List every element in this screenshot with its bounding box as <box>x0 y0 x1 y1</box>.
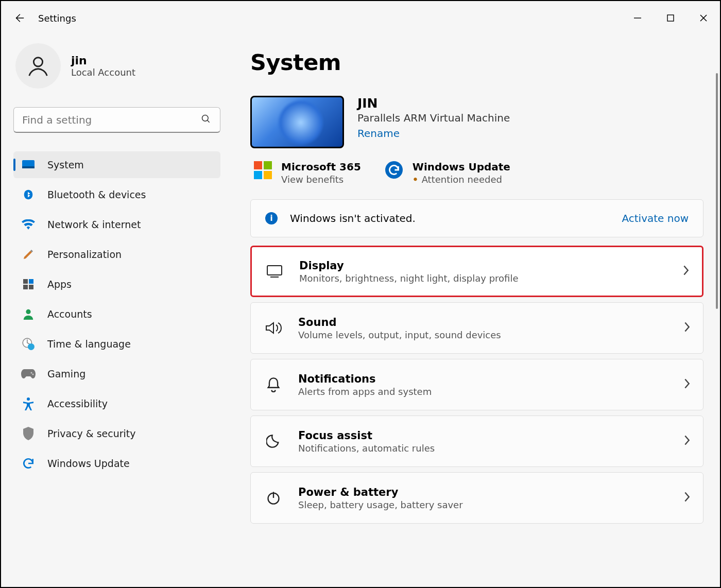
pc-thumbnail <box>250 96 344 148</box>
sync-circle-icon <box>385 161 403 179</box>
chevron-right-icon <box>682 265 690 278</box>
card-focus-assist[interactable]: Focus assist Notifications, automatic ru… <box>250 416 703 467</box>
tile-sub: View benefits <box>281 174 361 185</box>
rename-link[interactable]: Rename <box>357 127 400 140</box>
svg-point-13 <box>26 309 30 314</box>
close-icon <box>699 14 708 22</box>
chevron-right-icon <box>683 378 691 391</box>
sidebar: jin Local Account System Bluetooth & dev… <box>1 35 234 588</box>
chevron-right-icon <box>683 491 691 505</box>
tile-sub: Attention needed <box>413 174 510 185</box>
nav-label: Windows Update <box>47 458 130 469</box>
svg-rect-1 <box>667 15 674 21</box>
svg-rect-20 <box>267 266 282 275</box>
minimize-icon <box>633 14 642 22</box>
minimize-button[interactable] <box>621 5 654 31</box>
accessibility-icon <box>21 397 36 410</box>
back-button[interactable] <box>13 6 38 30</box>
nav-bluetooth[interactable]: Bluetooth & devices <box>13 181 220 208</box>
page-title: System <box>250 49 703 75</box>
profile-name: jin <box>71 54 135 67</box>
card-sub: Alerts from apps and system <box>298 386 669 397</box>
nav-gaming[interactable]: Gaming <box>13 360 220 387</box>
card-sub: Sleep, battery usage, battery saver <box>298 499 669 510</box>
close-button[interactable] <box>687 5 720 31</box>
nav-accounts[interactable]: Accounts <box>13 301 220 327</box>
card-display[interactable]: Display Monitors, brightness, night ligh… <box>250 246 703 297</box>
tile-title: Windows Update <box>413 161 510 173</box>
svg-point-5 <box>202 115 209 122</box>
person-icon <box>21 308 36 320</box>
nav-network[interactable]: Network & internet <box>13 211 220 238</box>
power-icon <box>263 491 284 505</box>
maximize-icon <box>667 14 674 22</box>
pc-info-row: JIN Parallels ARM Virtual Machine Rename <box>250 96 703 148</box>
search-icon <box>201 114 211 126</box>
nav-system[interactable]: System <box>13 151 220 178</box>
svg-rect-8 <box>22 166 35 168</box>
card-sub: Volume levels, output, input, sound devi… <box>298 330 669 340</box>
tile-windows-update[interactable]: Windows Update Attention needed <box>385 161 510 185</box>
pc-name: JIN <box>357 96 510 111</box>
svg-line-6 <box>208 120 210 123</box>
nav-accessibility[interactable]: Accessibility <box>13 390 220 417</box>
nav-label: Privacy & security <box>47 428 136 439</box>
svg-rect-10 <box>29 279 33 284</box>
pc-description: Parallels ARM Virtual Machine <box>357 112 510 124</box>
nav-privacy[interactable]: Privacy & security <box>13 420 220 447</box>
card-title: Notifications <box>298 373 669 385</box>
card-sub: Notifications, automatic rules <box>298 443 669 454</box>
shield-icon <box>21 427 36 440</box>
microsoft-logo-icon <box>253 161 272 179</box>
nav-label: Time & language <box>47 338 131 350</box>
tile-microsoft-365[interactable]: Microsoft 365 View benefits <box>253 161 361 185</box>
svg-point-18 <box>27 397 30 401</box>
banner-text: Windows isn't activated. <box>290 212 416 224</box>
display-icon <box>21 160 36 170</box>
wifi-icon <box>21 219 36 230</box>
card-title: Power & battery <box>298 486 669 498</box>
nav-label: Bluetooth & devices <box>47 189 146 200</box>
card-notifications[interactable]: Notifications Alerts from apps and syste… <box>250 359 703 410</box>
clock-globe-icon <box>21 337 36 351</box>
nav-time-language[interactable]: Time & language <box>13 331 220 357</box>
gamepad-icon <box>21 369 36 378</box>
nav-label: Gaming <box>47 368 85 379</box>
svg-rect-12 <box>29 285 33 289</box>
chevron-right-icon <box>683 435 691 448</box>
card-sub: Monitors, brightness, night light, displ… <box>299 273 668 284</box>
maximize-button[interactable] <box>654 5 687 31</box>
activation-banner: i Windows isn't activated. Activate now <box>250 199 703 237</box>
main-content: System JIN Parallels ARM Virtual Machine… <box>234 35 720 588</box>
avatar <box>15 43 61 89</box>
svg-point-16 <box>31 372 32 374</box>
nav-apps[interactable]: Apps <box>13 271 220 298</box>
arrow-left-icon <box>13 12 25 24</box>
activate-now-link[interactable]: Activate now <box>622 212 689 224</box>
titlebar: Settings <box>1 1 720 35</box>
nav-personalization[interactable]: Personalization <box>13 241 220 268</box>
nav-label: Network & internet <box>47 219 141 230</box>
apps-icon <box>21 278 36 290</box>
chevron-right-icon <box>683 321 691 335</box>
svg-point-15 <box>28 343 35 350</box>
svg-rect-11 <box>23 285 28 289</box>
paintbrush-icon <box>21 248 36 261</box>
profile-block[interactable]: jin Local Account <box>13 43 220 89</box>
scrollbar[interactable] <box>716 73 718 309</box>
nav-label: System <box>47 159 84 170</box>
nav-label: Apps <box>47 279 72 290</box>
svg-point-19 <box>385 161 403 179</box>
nav-windows-update[interactable]: Windows Update <box>13 450 220 477</box>
card-sound[interactable]: Sound Volume levels, output, input, soun… <box>250 302 703 354</box>
card-power-battery[interactable]: Power & battery Sleep, battery usage, ba… <box>250 472 703 524</box>
nav-list: System Bluetooth & devices Network & int… <box>13 151 220 477</box>
card-title: Sound <box>298 316 669 328</box>
bell-icon <box>263 377 284 392</box>
search-input[interactable] <box>13 107 220 133</box>
monitor-icon <box>264 265 285 278</box>
card-title: Focus assist <box>298 429 669 442</box>
card-title: Display <box>299 260 668 272</box>
person-icon <box>26 54 50 78</box>
speaker-icon <box>263 321 284 335</box>
